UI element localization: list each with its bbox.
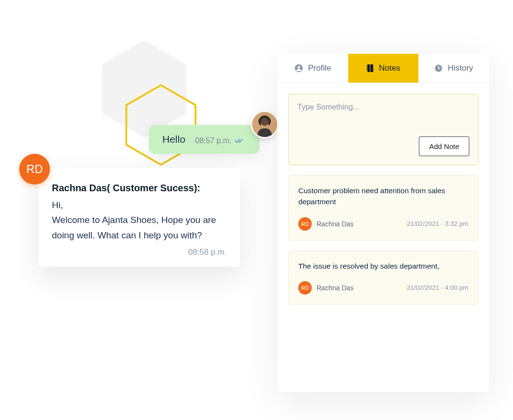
author-avatar: RD (298, 217, 312, 231)
tab-history-label: History (448, 63, 473, 73)
message-sender: Rachna Das( Customer Sucess): (52, 183, 227, 194)
note-timestamp: 21/02/2021 - 4:00 pm (407, 284, 468, 291)
tab-history[interactable]: History (418, 54, 489, 83)
svg-rect-9 (366, 69, 368, 70)
svg-point-5 (298, 66, 300, 68)
tab-profile-label: Profile (308, 63, 331, 73)
svg-rect-8 (366, 67, 368, 68)
tab-profile[interactable]: Profile (278, 54, 348, 83)
add-note-button[interactable]: Add Note (419, 136, 469, 156)
incoming-message: Hello 08:57 p.m. (149, 125, 259, 154)
note-item: The issue is resolved by sales departmen… (288, 250, 478, 305)
outgoing-message-time: 08:58 p.m. (52, 247, 227, 257)
chat-area: Hello 08:57 p.m. RD Rachna Das( Customer… (19, 125, 269, 267)
tab-notes[interactable]: Notes (348, 54, 419, 83)
note-author: RD Rachna Das (298, 281, 354, 295)
author-name: Rachna Das (317, 220, 354, 228)
incoming-message-time: 08:57 p.m. (195, 136, 232, 145)
note-author: RD Rachna Das (298, 217, 354, 231)
notes-icon (366, 64, 374, 73)
notes-panel: Profile Notes History (278, 54, 489, 392)
note-timestamp: 21/02/2021 - 3:32 pm (407, 220, 468, 227)
panel-content: Add Note Customer problem need attention… (278, 83, 489, 315)
tab-notes-label: Notes (379, 63, 400, 73)
svg-rect-7 (366, 65, 368, 66)
outgoing-message: Rachna Das( Customer Sucess): Hi, Welcom… (38, 168, 240, 267)
user-avatar (251, 111, 279, 138)
note-input[interactable] (297, 103, 469, 132)
message-body: Hi, Welcome to Ajanta Shoes, Hope you ar… (52, 198, 227, 243)
note-item: Customer problem need attention from sal… (288, 175, 478, 241)
tab-bar: Profile Notes History (278, 54, 489, 83)
read-receipt-icon (235, 136, 243, 145)
person-icon (294, 64, 303, 73)
note-text: Customer problem need attention from sal… (298, 185, 468, 208)
author-name: Rachna Das (317, 284, 354, 292)
svg-rect-10 (370, 64, 370, 72)
compose-note-card: Add Note (288, 94, 478, 165)
note-text: The issue is resolved by sales departmen… (298, 260, 468, 272)
clock-icon (434, 64, 443, 73)
author-avatar: RD (298, 281, 312, 295)
outgoing-message-wrapper: RD Rachna Das( Customer Sucess): Hi, Wel… (19, 168, 269, 267)
agent-avatar: RD (19, 154, 50, 185)
incoming-message-text: Hello (162, 134, 185, 145)
